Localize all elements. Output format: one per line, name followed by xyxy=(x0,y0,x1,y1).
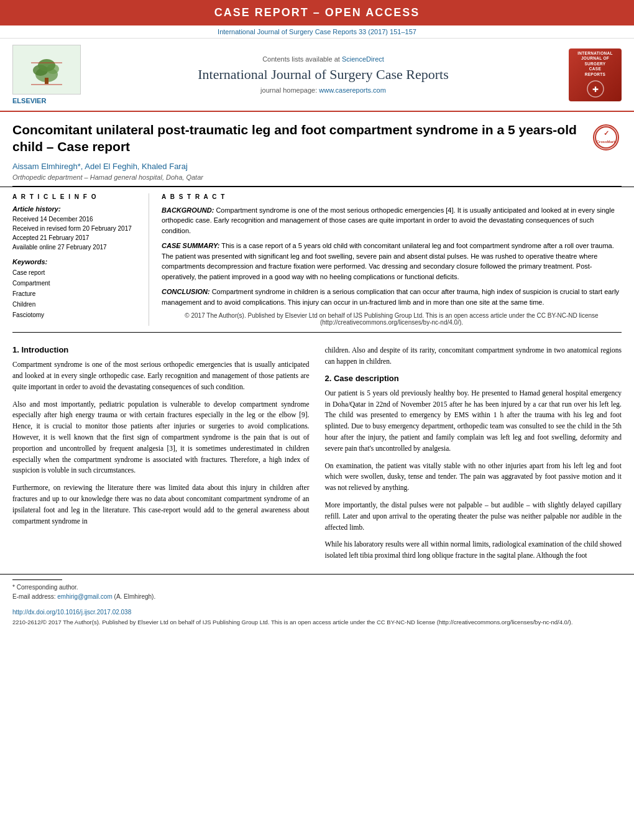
svg-text:CrossMark: CrossMark xyxy=(596,140,616,144)
svg-text:✚: ✚ xyxy=(592,85,599,94)
email-line: E-mail address: emhirig@gmail.com (A. El… xyxy=(12,592,622,601)
background-text: Compartment syndrome is one of the most … xyxy=(162,206,615,234)
conclusion-text: Compartment syndrome in children is a se… xyxy=(162,288,619,306)
elsevier-label: ELSEVIER xyxy=(12,97,81,104)
elsevier-logo-box xyxy=(12,45,81,95)
doi-text: International Journal of Surgery Case Re… xyxy=(218,28,416,35)
article-title-block: Concomitant unilateral post-traumatic le… xyxy=(12,121,584,181)
journal-center: Contents lists available at ScienceDirec… xyxy=(81,55,566,94)
main-content: 1. Introduction Compartment syndrome is … xyxy=(0,333,634,574)
revised-date: Received in revised form 20 February 201… xyxy=(12,225,132,232)
article-history-dates: Received 14 December 2016 Received in re… xyxy=(12,215,139,252)
sciencedirect-link[interactable]: ScienceDirect xyxy=(342,55,384,63)
keyword-2: Compartment xyxy=(12,280,50,287)
corresponding-label: * Corresponding author. xyxy=(12,584,78,591)
svg-point-3 xyxy=(38,59,55,72)
keywords-label: Keywords: xyxy=(12,258,139,265)
keyword-1: Case report xyxy=(12,269,45,276)
case-para-4: While his laboratory results were all wi… xyxy=(325,539,622,561)
footer-copyright: 2210-2612/© 2017 The Author(s). Publishe… xyxy=(12,618,622,627)
journal-homepage: journal homepage: www.casereports.com xyxy=(93,86,553,94)
journal-logo-right: INTERNATIONALJOURNAL OFSURGERYCASEREPORT… xyxy=(566,48,622,101)
corresponding-author: * Corresponding author. xyxy=(12,583,622,592)
conclusion-label: CONCLUSION: xyxy=(162,288,210,295)
intro-heading: 1. Introduction xyxy=(12,345,310,354)
article-title-section: Concomitant unilateral post-traumatic le… xyxy=(0,112,634,186)
received-date: Received 14 December 2016 xyxy=(12,216,93,223)
doi-line: International Journal of Surgery Case Re… xyxy=(0,25,634,38)
accepted-date: Accepted 21 February 2017 xyxy=(12,234,89,241)
article-history-label: Article history: xyxy=(12,205,139,213)
article-info-header: A R T I C L E I N F O xyxy=(12,193,139,200)
article-info-abstract: A R T I C L E I N F O Article history: R… xyxy=(0,187,634,333)
keyword-5: Fasciotomy xyxy=(12,312,44,318)
crossmark-circle: ✓ CrossMark xyxy=(593,124,619,150)
main-right-col: children. Also and despite of its rarity… xyxy=(325,345,622,568)
footer-copyright-text: 2210-2612/© 2017 The Author(s). Publishe… xyxy=(12,619,572,625)
summary-label: CASE SUMMARY: xyxy=(162,242,219,249)
article-title: Concomitant unilateral post-traumatic le… xyxy=(12,121,584,155)
intro-para-3: Furthermore, on reviewing the literature… xyxy=(12,482,310,527)
affiliation: Orthopedic department – Hamad general ho… xyxy=(12,173,584,181)
case-para-2: On examination, the patient was vitally … xyxy=(325,461,622,494)
intro-continuation: children. Also and despite of its rarity… xyxy=(325,345,622,367)
journal-header: ELSEVIER Contents lists available at Sci… xyxy=(0,38,634,112)
keyword-3: Fracture xyxy=(12,290,35,297)
abstract-background: BACKGROUND: Compartment syndrome is one … xyxy=(162,205,622,236)
copyright-text: © 2017 The Author(s). Published by Elsev… xyxy=(185,312,598,326)
background-label: BACKGROUND: xyxy=(162,206,214,214)
keywords-list: Case report Compartment Fracture Childre… xyxy=(12,267,139,320)
abstract-summary: CASE SUMMARY: This is a case report of a… xyxy=(162,241,622,282)
journal-title: International Journal of Surgery Case Re… xyxy=(93,67,553,83)
case-para-1: Our patient is 5 years old previously he… xyxy=(325,388,622,455)
page-footer: http://dx.doi.org/10.1016/j.ijscr.2017.0… xyxy=(0,606,634,632)
journal-logo-icon: ✚ xyxy=(586,80,605,98)
crossmark-badge: ✓ CrossMark xyxy=(590,121,622,150)
keyword-4: Children xyxy=(12,301,35,308)
abstract-col: A B S T R A C T BACKGROUND: Compartment … xyxy=(162,193,622,326)
svg-text:✓: ✓ xyxy=(604,129,609,137)
case-desc-heading: 2. Case description xyxy=(325,374,622,383)
article-info-col: A R T I C L E I N F O Article history: R… xyxy=(12,193,149,326)
footer-doi: http://dx.doi.org/10.1016/j.ijscr.2017.0… xyxy=(12,609,622,616)
journal-logo-box: INTERNATIONALJOURNAL OFSURGERYCASEREPORT… xyxy=(569,48,622,101)
doi-link[interactable]: http://dx.doi.org/10.1016/j.ijscr.2017.0… xyxy=(12,609,131,616)
abstract-header: A B S T R A C T xyxy=(162,193,622,200)
available-date: Available online 27 February 2017 xyxy=(12,244,107,251)
intro-para-1: Compartment syndrome is one of the most … xyxy=(12,359,310,392)
contents-line: Contents lists available at ScienceDirec… xyxy=(93,55,553,63)
svg-rect-6 xyxy=(31,84,62,85)
logo-title-lines: INTERNATIONALJOURNAL OFSURGERYCASEREPORT… xyxy=(577,51,613,77)
email-link[interactable]: emhirig@gmail.com xyxy=(57,593,113,600)
intro-para-2: Also and most importantly, pediatric pop… xyxy=(12,399,310,477)
case-para-3: More importantly, the distal pulses were… xyxy=(325,500,622,533)
abstract-conclusion: CONCLUSION: Compartment syndrome in chil… xyxy=(162,287,622,307)
footnotes-section: * Corresponding author. E-mail address: … xyxy=(0,574,634,606)
svg-rect-5 xyxy=(31,62,62,63)
main-left-col: 1. Introduction Compartment syndrome is … xyxy=(12,345,310,568)
abstract-copyright: © 2017 The Author(s). Published by Elsev… xyxy=(162,312,622,326)
elsevier-logo: ELSEVIER xyxy=(12,45,81,104)
elsevier-tree-icon xyxy=(28,53,65,87)
banner-text: CASE REPORT – OPEN ACCESS xyxy=(214,6,420,19)
svg-rect-4 xyxy=(45,78,48,84)
summary-text: This is a case report of a 5 years old c… xyxy=(162,242,614,280)
header-banner: CASE REPORT – OPEN ACCESS xyxy=(0,0,634,25)
authors: Aissam Elmhiregh*, Adel El Feghih, Khale… xyxy=(12,162,584,171)
homepage-link[interactable]: www.casereports.com xyxy=(319,86,386,94)
email-suffix: (A. Elmhiregh). xyxy=(114,593,156,600)
